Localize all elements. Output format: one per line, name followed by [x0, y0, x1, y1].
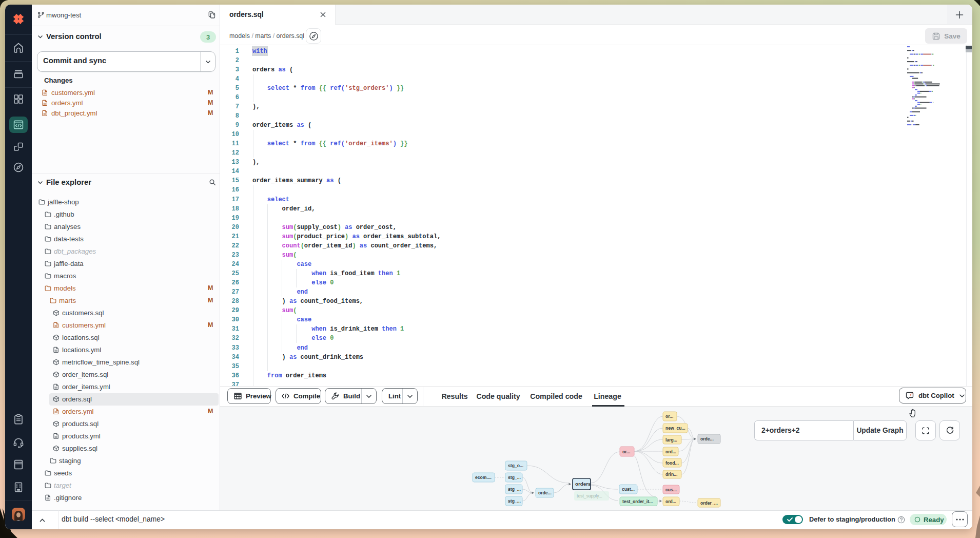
svg-text:orde...: orde... — [700, 436, 714, 441]
svg-text:order_...: order_... — [700, 501, 718, 506]
svg-text:ord...: ord... — [665, 499, 676, 504]
svg-text:cus...: cus... — [665, 487, 677, 492]
svg-text:ecom....: ecom.... — [475, 475, 492, 480]
svg-text:orde...: orde... — [538, 490, 552, 495]
svg-text:ord...: ord... — [665, 449, 676, 454]
svg-text:test_order_it...: test_order_it... — [622, 499, 653, 504]
svg-text:test_supply...: test_supply... — [577, 493, 602, 498]
svg-text:stg_o...: stg_o... — [508, 463, 523, 468]
svg-text:new_cu...: new_cu... — [665, 426, 685, 431]
svg-text:larg...: larg... — [665, 437, 677, 443]
svg-text:cust...: cust... — [622, 487, 635, 492]
svg-text:drin...: drin... — [665, 472, 677, 477]
svg-text:or...: or... — [665, 414, 673, 419]
svg-text:or...: or... — [622, 449, 630, 454]
svg-text:orders: orders — [575, 481, 591, 487]
svg-text:stg_...: stg_... — [508, 487, 521, 492]
svg-text:stg_...: stg_... — [508, 498, 521, 504]
svg-text:food...: food... — [665, 460, 679, 466]
svg-text:stg_...: stg_... — [508, 475, 521, 480]
